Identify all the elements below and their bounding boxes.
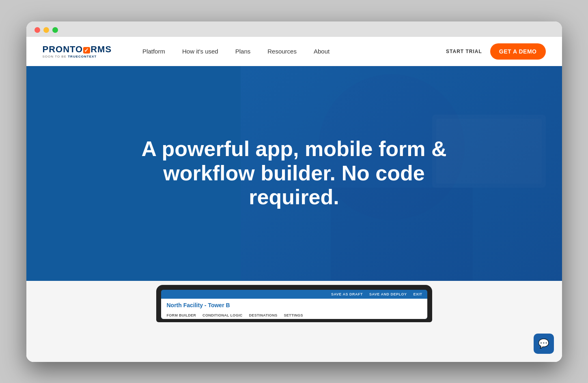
nav-resources[interactable]: Resources	[261, 45, 303, 58]
logo-pronto: PRONTO	[43, 44, 83, 54]
nav-plans[interactable]: Plans	[229, 45, 257, 58]
hero-title-line1: A powerful app, mobile form &	[141, 137, 446, 160]
device-frame: SAVE AS DRAFT SAVE AND DEPLOY EXIT North…	[156, 285, 432, 322]
logo-forms: RMS	[90, 44, 112, 54]
chat-bubble[interactable]: 💬	[534, 334, 554, 354]
nav-about[interactable]: About	[307, 45, 336, 58]
logo-brand: TRUECONTEXT	[68, 55, 97, 58]
hero-content: A powerful app, mobile form & workflow b…	[112, 137, 477, 210]
browser-chrome	[26, 21, 562, 37]
nav-platform[interactable]: Platform	[136, 45, 172, 58]
hero-title: A powerful app, mobile form & workflow b…	[128, 137, 461, 210]
device-form-header: North Facility - Tower B	[161, 299, 427, 312]
device-topbar: SAVE AS DRAFT SAVE AND DEPLOY EXIT	[161, 290, 427, 299]
tab-conditional-logic[interactable]: CONDITIONAL LOGIC	[202, 313, 242, 317]
logo-text: PRONTO✓RMS	[43, 44, 112, 55]
get-demo-button[interactable]: GET A DEMO	[490, 43, 546, 60]
navbar: PRONTO✓RMS SOON TO BE TRUECONTEXT Platfo…	[26, 37, 562, 66]
nav-links: Platform How it's used Plans Resources A…	[136, 45, 446, 58]
logo-subtitle: SOON TO BE TRUECONTEXT	[43, 55, 112, 58]
nav-how-its-used[interactable]: How it's used	[176, 45, 225, 58]
hero-title-line2: workflow builder. No code required.	[163, 161, 424, 209]
logo-checkmark: ✓	[83, 47, 90, 53]
browser-content: login PRONTO✓RMS SOON TO BE TRUECONTEXT …	[26, 37, 562, 362]
save-and-deploy-btn[interactable]: SAVE AND DEPLOY	[369, 292, 407, 296]
logo[interactable]: PRONTO✓RMS SOON TO BE TRUECONTEXT	[43, 44, 112, 58]
device-form-title: North Facility - Tower B	[167, 302, 422, 308]
browser-window: login PRONTO✓RMS SOON TO BE TRUECONTEXT …	[26, 21, 562, 362]
chat-icon: 💬	[538, 338, 549, 349]
minimize-button[interactable]	[43, 27, 49, 33]
save-as-draft-btn[interactable]: SAVE AS DRAFT	[331, 292, 363, 296]
device-screen: SAVE AS DRAFT SAVE AND DEPLOY EXIT North…	[161, 290, 427, 319]
start-trial-link[interactable]: START TRIAL	[446, 49, 482, 54]
nav-right: START TRIAL GET A DEMO	[446, 43, 545, 60]
bottom-section: SAVE AS DRAFT SAVE AND DEPLOY EXIT North…	[26, 281, 562, 362]
tab-form-builder[interactable]: FORM BUILDER	[167, 313, 196, 317]
exit-btn[interactable]: EXIT	[413, 292, 422, 296]
maximize-button[interactable]	[52, 27, 58, 33]
tab-destinations[interactable]: DESTINATIONS	[249, 313, 278, 317]
hero-section: A powerful app, mobile form & workflow b…	[26, 66, 562, 281]
device-mockup: SAVE AS DRAFT SAVE AND DEPLOY EXIT North…	[156, 281, 432, 322]
device-tabs: FORM BUILDER CONDITIONAL LOGIC DESTINATI…	[161, 312, 427, 319]
close-button[interactable]	[34, 27, 40, 33]
traffic-lights	[34, 27, 554, 33]
tab-settings[interactable]: SETTINGS	[284, 313, 303, 317]
navbar-wrapper: login PRONTO✓RMS SOON TO BE TRUECONTEXT …	[26, 37, 562, 66]
